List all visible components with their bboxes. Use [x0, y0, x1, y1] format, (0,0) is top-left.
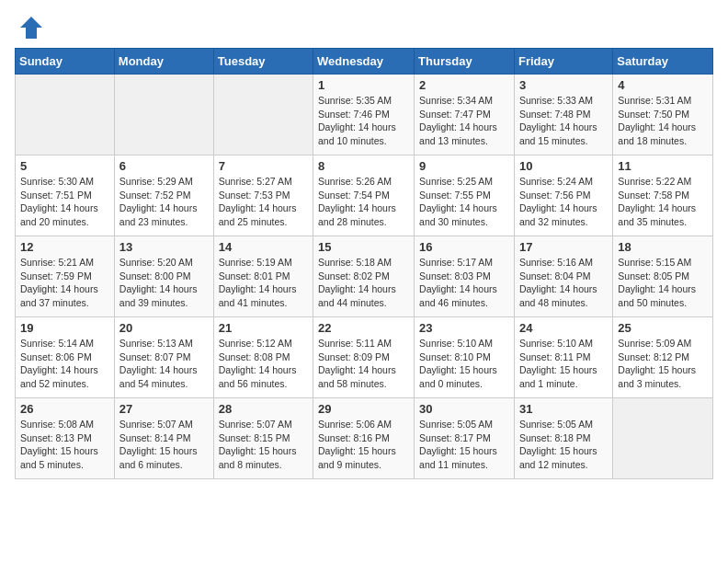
header-friday: Friday [514, 49, 612, 75]
week-row-0: 1Sunrise: 5:35 AM Sunset: 7:46 PM Daylig… [16, 75, 713, 155]
day-cell: 19Sunrise: 5:14 AM Sunset: 8:06 PM Dayli… [16, 317, 115, 398]
day-number: 7 [219, 159, 308, 173]
day-detail: Sunrise: 5:07 AM Sunset: 8:14 PM Dayligh… [119, 418, 209, 472]
day-detail: Sunrise: 5:18 AM Sunset: 8:02 PM Dayligh… [318, 256, 409, 310]
day-number: 15 [318, 240, 409, 254]
day-cell [114, 75, 213, 155]
day-number: 31 [519, 402, 608, 416]
day-cell: 30Sunrise: 5:05 AM Sunset: 8:17 PM Dayli… [415, 398, 515, 479]
day-cell: 28Sunrise: 5:07 AM Sunset: 8:15 PM Dayli… [213, 398, 313, 479]
day-detail: Sunrise: 5:19 AM Sunset: 8:01 PM Dayligh… [219, 256, 308, 310]
day-number: 16 [419, 240, 509, 254]
day-number: 13 [119, 240, 209, 254]
day-number: 27 [119, 402, 209, 416]
day-cell: 12Sunrise: 5:21 AM Sunset: 7:59 PM Dayli… [16, 236, 115, 317]
day-cell: 15Sunrise: 5:18 AM Sunset: 8:02 PM Dayli… [313, 236, 415, 317]
day-number: 6 [119, 159, 209, 173]
day-cell: 16Sunrise: 5:17 AM Sunset: 8:03 PM Dayli… [415, 236, 515, 317]
day-cell [16, 75, 115, 155]
day-cell: 11Sunrise: 5:22 AM Sunset: 7:58 PM Dayli… [613, 155, 713, 236]
day-number: 1 [318, 78, 409, 92]
day-cell: 14Sunrise: 5:19 AM Sunset: 8:01 PM Dayli… [213, 236, 313, 317]
day-cell: 25Sunrise: 5:09 AM Sunset: 8:12 PM Dayli… [613, 317, 713, 398]
day-number: 28 [219, 402, 308, 416]
day-detail: Sunrise: 5:13 AM Sunset: 8:07 PM Dayligh… [119, 337, 209, 391]
day-cell: 6Sunrise: 5:29 AM Sunset: 7:52 PM Daylig… [114, 155, 213, 236]
day-cell: 10Sunrise: 5:24 AM Sunset: 7:56 PM Dayli… [514, 155, 612, 236]
day-cell: 21Sunrise: 5:12 AM Sunset: 8:08 PM Dayli… [213, 317, 313, 398]
day-cell: 4Sunrise: 5:31 AM Sunset: 7:50 PM Daylig… [613, 75, 713, 155]
day-number: 14 [219, 240, 308, 254]
day-detail: Sunrise: 5:08 AM Sunset: 8:13 PM Dayligh… [20, 418, 109, 472]
day-detail: Sunrise: 5:07 AM Sunset: 8:15 PM Dayligh… [219, 418, 308, 472]
day-detail: Sunrise: 5:12 AM Sunset: 8:08 PM Dayligh… [219, 337, 308, 391]
day-detail: Sunrise: 5:14 AM Sunset: 8:06 PM Dayligh… [20, 337, 109, 391]
day-detail: Sunrise: 5:17 AM Sunset: 8:03 PM Dayligh… [419, 256, 509, 310]
week-row-2: 12Sunrise: 5:21 AM Sunset: 7:59 PM Dayli… [16, 236, 713, 317]
day-number: 10 [519, 159, 608, 173]
day-detail: Sunrise: 5:09 AM Sunset: 8:12 PM Dayligh… [618, 337, 708, 391]
day-number: 22 [318, 321, 409, 335]
day-detail: Sunrise: 5:11 AM Sunset: 8:09 PM Dayligh… [318, 337, 409, 391]
day-number: 30 [419, 402, 509, 416]
day-number: 9 [419, 159, 509, 173]
day-number: 3 [519, 78, 608, 92]
day-cell [213, 75, 313, 155]
day-number: 29 [318, 402, 409, 416]
day-cell: 9Sunrise: 5:25 AM Sunset: 7:55 PM Daylig… [415, 155, 515, 236]
header-wednesday: Wednesday [313, 49, 415, 75]
day-detail: Sunrise: 5:21 AM Sunset: 7:59 PM Dayligh… [20, 256, 109, 310]
day-number: 8 [318, 159, 409, 173]
day-detail: Sunrise: 5:27 AM Sunset: 7:53 PM Dayligh… [219, 175, 308, 229]
day-cell [613, 398, 713, 479]
svg-marker-0 [20, 17, 42, 39]
day-cell: 27Sunrise: 5:07 AM Sunset: 8:14 PM Dayli… [114, 398, 213, 479]
day-number: 21 [219, 321, 308, 335]
week-row-4: 26Sunrise: 5:08 AM Sunset: 8:13 PM Dayli… [16, 398, 713, 479]
day-number: 11 [618, 159, 708, 173]
logo-icon [18, 15, 44, 40]
page-header [15, 15, 713, 40]
calendar-table: SundayMondayTuesdayWednesdayThursdayFrid… [15, 48, 713, 479]
day-detail: Sunrise: 5:29 AM Sunset: 7:52 PM Dayligh… [119, 175, 209, 229]
day-cell: 1Sunrise: 5:35 AM Sunset: 7:46 PM Daylig… [313, 75, 415, 155]
day-number: 20 [119, 321, 209, 335]
day-number: 17 [519, 240, 608, 254]
day-cell: 29Sunrise: 5:06 AM Sunset: 8:16 PM Dayli… [313, 398, 415, 479]
day-detail: Sunrise: 5:05 AM Sunset: 8:18 PM Dayligh… [519, 418, 608, 472]
day-detail: Sunrise: 5:16 AM Sunset: 8:04 PM Dayligh… [519, 256, 608, 310]
day-number: 24 [519, 321, 608, 335]
day-cell: 5Sunrise: 5:30 AM Sunset: 7:51 PM Daylig… [16, 155, 115, 236]
header-saturday: Saturday [613, 49, 713, 75]
day-detail: Sunrise: 5:22 AM Sunset: 7:58 PM Dayligh… [618, 175, 708, 229]
day-cell: 24Sunrise: 5:10 AM Sunset: 8:11 PM Dayli… [514, 317, 612, 398]
day-detail: Sunrise: 5:26 AM Sunset: 7:54 PM Dayligh… [318, 175, 409, 229]
day-number: 5 [20, 159, 109, 173]
day-cell: 18Sunrise: 5:15 AM Sunset: 8:05 PM Dayli… [613, 236, 713, 317]
day-number: 25 [618, 321, 708, 335]
day-detail: Sunrise: 5:34 AM Sunset: 7:47 PM Dayligh… [419, 94, 509, 148]
day-detail: Sunrise: 5:35 AM Sunset: 7:46 PM Dayligh… [318, 94, 409, 148]
day-cell: 17Sunrise: 5:16 AM Sunset: 8:04 PM Dayli… [514, 236, 612, 317]
day-cell: 3Sunrise: 5:33 AM Sunset: 7:48 PM Daylig… [514, 75, 612, 155]
day-number: 18 [618, 240, 708, 254]
day-cell: 31Sunrise: 5:05 AM Sunset: 8:18 PM Dayli… [514, 398, 612, 479]
day-detail: Sunrise: 5:10 AM Sunset: 8:10 PM Dayligh… [419, 337, 509, 391]
day-number: 23 [419, 321, 509, 335]
week-row-1: 5Sunrise: 5:30 AM Sunset: 7:51 PM Daylig… [16, 155, 713, 236]
day-number: 12 [20, 240, 109, 254]
day-cell: 23Sunrise: 5:10 AM Sunset: 8:10 PM Dayli… [415, 317, 515, 398]
header-monday: Monday [114, 49, 213, 75]
day-detail: Sunrise: 5:30 AM Sunset: 7:51 PM Dayligh… [20, 175, 109, 229]
day-detail: Sunrise: 5:31 AM Sunset: 7:50 PM Dayligh… [618, 94, 708, 148]
day-detail: Sunrise: 5:05 AM Sunset: 8:17 PM Dayligh… [419, 418, 509, 472]
day-cell: 20Sunrise: 5:13 AM Sunset: 8:07 PM Dayli… [114, 317, 213, 398]
day-detail: Sunrise: 5:15 AM Sunset: 8:05 PM Dayligh… [618, 256, 708, 310]
day-cell: 8Sunrise: 5:26 AM Sunset: 7:54 PM Daylig… [313, 155, 415, 236]
header-sunday: Sunday [16, 49, 115, 75]
day-detail: Sunrise: 5:25 AM Sunset: 7:55 PM Dayligh… [419, 175, 509, 229]
day-cell: 22Sunrise: 5:11 AM Sunset: 8:09 PM Dayli… [313, 317, 415, 398]
day-cell: 2Sunrise: 5:34 AM Sunset: 7:47 PM Daylig… [415, 75, 515, 155]
week-row-3: 19Sunrise: 5:14 AM Sunset: 8:06 PM Dayli… [16, 317, 713, 398]
day-cell: 13Sunrise: 5:20 AM Sunset: 8:00 PM Dayli… [114, 236, 213, 317]
